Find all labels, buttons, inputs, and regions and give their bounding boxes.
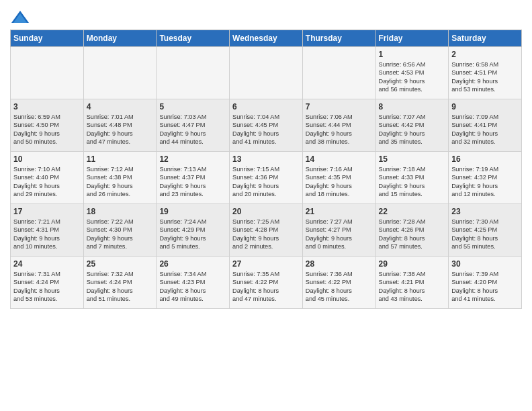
day-info: Sunrise: 7:19 AM Sunset: 4:32 PM Dayligh… — [451, 165, 519, 199]
weekday-row: SundayMondayTuesdayWednesdayThursdayFrid… — [11, 30, 522, 47]
page-container: SundayMondayTuesdayWednesdayThursdayFrid… — [0, 0, 532, 312]
day-cell: 30Sunrise: 7:39 AM Sunset: 4:20 PM Dayli… — [449, 257, 522, 309]
day-cell — [302, 47, 375, 99]
day-number: 2 — [451, 50, 519, 59]
day-cell: 12Sunrise: 7:13 AM Sunset: 4:37 PM Dayli… — [157, 152, 230, 204]
day-number: 6 — [232, 102, 300, 111]
day-number: 20 — [232, 207, 300, 216]
weekday-header-thursday: Thursday — [302, 30, 375, 47]
day-number: 13 — [232, 154, 300, 164]
weekday-header-tuesday: Tuesday — [157, 30, 230, 47]
day-number: 26 — [159, 259, 226, 269]
day-info: Sunrise: 7:03 AM Sunset: 4:47 PM Dayligh… — [159, 113, 226, 146]
day-info: Sunrise: 6:56 AM Sunset: 4:53 PM Dayligh… — [379, 60, 446, 94]
day-info: Sunrise: 7:16 AM Sunset: 4:35 PM Dayligh… — [306, 165, 373, 199]
day-info: Sunrise: 7:28 AM Sunset: 4:26 PM Dayligh… — [379, 218, 446, 251]
day-cell: 18Sunrise: 7:22 AM Sunset: 4:30 PM Dayli… — [83, 204, 157, 257]
day-info: Sunrise: 7:30 AM Sunset: 4:25 PM Dayligh… — [451, 218, 519, 251]
day-cell: 1Sunrise: 6:56 AM Sunset: 4:53 PM Daylig… — [375, 47, 449, 99]
day-cell: 16Sunrise: 7:19 AM Sunset: 4:32 PM Dayli… — [449, 152, 522, 204]
day-number: 25 — [87, 259, 154, 269]
day-info: Sunrise: 7:10 AM Sunset: 4:40 PM Dayligh… — [13, 165, 81, 199]
day-info: Sunrise: 7:07 AM Sunset: 4:42 PM Dayligh… — [379, 113, 446, 146]
day-cell: 24Sunrise: 7:31 AM Sunset: 4:24 PM Dayli… — [11, 257, 84, 309]
day-info: Sunrise: 7:39 AM Sunset: 4:20 PM Dayligh… — [451, 270, 519, 304]
day-cell: 2Sunrise: 6:58 AM Sunset: 4:51 PM Daylig… — [449, 47, 522, 99]
day-info: Sunrise: 7:21 AM Sunset: 4:31 PM Dayligh… — [13, 218, 81, 251]
day-info: Sunrise: 7:15 AM Sunset: 4:36 PM Dayligh… — [232, 165, 300, 199]
day-number: 11 — [87, 154, 154, 164]
day-cell: 15Sunrise: 7:18 AM Sunset: 4:33 PM Dayli… — [375, 152, 449, 204]
day-number: 30 — [451, 259, 519, 269]
day-cell: 6Sunrise: 7:04 AM Sunset: 4:45 PM Daylig… — [230, 99, 303, 152]
day-cell: 28Sunrise: 7:36 AM Sunset: 4:22 PM Dayli… — [302, 257, 375, 309]
weekday-header-saturday: Saturday — [449, 30, 522, 47]
day-cell: 10Sunrise: 7:10 AM Sunset: 4:40 PM Dayli… — [11, 152, 84, 204]
day-info: Sunrise: 7:01 AM Sunset: 4:48 PM Dayligh… — [87, 113, 154, 146]
day-number: 3 — [13, 102, 81, 111]
day-cell: 11Sunrise: 7:12 AM Sunset: 4:38 PM Dayli… — [83, 152, 157, 204]
calendar-body: 1Sunrise: 6:56 AM Sunset: 4:53 PM Daylig… — [11, 47, 522, 309]
day-cell: 17Sunrise: 7:21 AM Sunset: 4:31 PM Dayli… — [11, 204, 84, 257]
day-cell: 5Sunrise: 7:03 AM Sunset: 4:47 PM Daylig… — [157, 99, 230, 152]
day-number: 23 — [451, 207, 519, 216]
day-cell: 13Sunrise: 7:15 AM Sunset: 4:36 PM Dayli… — [230, 152, 303, 204]
day-info: Sunrise: 6:59 AM Sunset: 4:50 PM Dayligh… — [13, 113, 81, 146]
weekday-header-sunday: Sunday — [11, 30, 84, 47]
day-cell: 20Sunrise: 7:25 AM Sunset: 4:28 PM Dayli… — [230, 204, 303, 257]
day-number: 17 — [13, 207, 81, 216]
week-row-4: 17Sunrise: 7:21 AM Sunset: 4:31 PM Dayli… — [11, 204, 522, 257]
header — [10, 7, 522, 26]
calendar-header: SundayMondayTuesdayWednesdayThursdayFrid… — [11, 30, 522, 47]
day-info: Sunrise: 7:38 AM Sunset: 4:21 PM Dayligh… — [379, 270, 446, 304]
day-number: 21 — [306, 207, 373, 216]
day-cell: 8Sunrise: 7:07 AM Sunset: 4:42 PM Daylig… — [375, 99, 449, 152]
logo-icon — [10, 9, 30, 26]
weekday-header-wednesday: Wednesday — [230, 30, 303, 47]
day-cell: 9Sunrise: 7:09 AM Sunset: 4:41 PM Daylig… — [449, 99, 522, 152]
day-number: 9 — [451, 102, 519, 111]
day-info: Sunrise: 7:32 AM Sunset: 4:24 PM Dayligh… — [87, 270, 154, 304]
week-row-3: 10Sunrise: 7:10 AM Sunset: 4:40 PM Dayli… — [11, 152, 522, 204]
weekday-header-friday: Friday — [375, 30, 449, 47]
day-number: 19 — [159, 207, 226, 216]
day-number: 29 — [379, 259, 446, 269]
day-number: 22 — [379, 207, 446, 216]
day-cell: 25Sunrise: 7:32 AM Sunset: 4:24 PM Dayli… — [83, 257, 157, 309]
day-number: 7 — [306, 102, 373, 111]
day-number: 8 — [379, 102, 446, 111]
day-number: 1 — [379, 50, 446, 59]
day-cell: 19Sunrise: 7:24 AM Sunset: 4:29 PM Dayli… — [157, 204, 230, 257]
week-row-2: 3Sunrise: 6:59 AM Sunset: 4:50 PM Daylig… — [11, 99, 522, 152]
day-number: 4 — [87, 102, 154, 111]
day-cell: 29Sunrise: 7:38 AM Sunset: 4:21 PM Dayli… — [375, 257, 449, 309]
day-cell: 14Sunrise: 7:16 AM Sunset: 4:35 PM Dayli… — [302, 152, 375, 204]
day-cell: 23Sunrise: 7:30 AM Sunset: 4:25 PM Dayli… — [449, 204, 522, 257]
day-cell — [83, 47, 157, 99]
day-info: Sunrise: 6:58 AM Sunset: 4:51 PM Dayligh… — [451, 60, 519, 94]
day-info: Sunrise: 7:18 AM Sunset: 4:33 PM Dayligh… — [379, 165, 446, 199]
day-info: Sunrise: 7:13 AM Sunset: 4:37 PM Dayligh… — [159, 165, 226, 199]
day-number: 24 — [13, 259, 81, 269]
day-info: Sunrise: 7:34 AM Sunset: 4:23 PM Dayligh… — [159, 270, 226, 304]
day-number: 12 — [159, 154, 226, 164]
day-number: 16 — [451, 154, 519, 164]
day-number: 15 — [379, 154, 446, 164]
day-cell: 26Sunrise: 7:34 AM Sunset: 4:23 PM Dayli… — [157, 257, 230, 309]
day-number: 10 — [13, 154, 81, 164]
day-number: 28 — [306, 259, 373, 269]
weekday-header-monday: Monday — [83, 30, 157, 47]
day-info: Sunrise: 7:24 AM Sunset: 4:29 PM Dayligh… — [159, 218, 226, 251]
day-cell: 3Sunrise: 6:59 AM Sunset: 4:50 PM Daylig… — [11, 99, 84, 152]
day-info: Sunrise: 7:36 AM Sunset: 4:22 PM Dayligh… — [306, 270, 373, 304]
day-number: 27 — [232, 259, 300, 269]
day-info: Sunrise: 7:35 AM Sunset: 4:22 PM Dayligh… — [232, 270, 300, 304]
week-row-5: 24Sunrise: 7:31 AM Sunset: 4:24 PM Dayli… — [11, 257, 522, 309]
day-cell — [230, 47, 303, 99]
day-info: Sunrise: 7:12 AM Sunset: 4:38 PM Dayligh… — [87, 165, 154, 199]
calendar-table: SundayMondayTuesdayWednesdayThursdayFrid… — [10, 30, 522, 309]
day-info: Sunrise: 7:09 AM Sunset: 4:41 PM Dayligh… — [451, 113, 519, 146]
day-number: 5 — [159, 102, 226, 111]
day-info: Sunrise: 7:04 AM Sunset: 4:45 PM Dayligh… — [232, 113, 300, 146]
day-cell: 7Sunrise: 7:06 AM Sunset: 4:44 PM Daylig… — [302, 99, 375, 152]
